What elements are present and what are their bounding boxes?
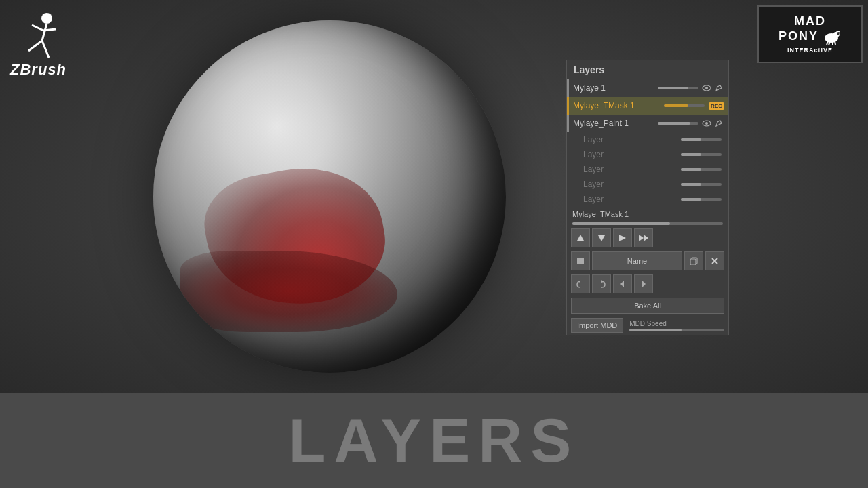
redo-button[interactable] bbox=[592, 274, 611, 293]
layer-name-empty: Layer bbox=[583, 150, 678, 159]
mdd-speed-label: MDD Speed bbox=[629, 320, 724, 327]
svg-line-5 bbox=[43, 29, 56, 30]
svg-point-0 bbox=[41, 13, 52, 24]
svg-marker-20 bbox=[639, 235, 644, 241]
layer-name-empty: Layer bbox=[583, 135, 678, 144]
pony-icon bbox=[821, 28, 842, 45]
svg-point-14 bbox=[705, 87, 708, 89]
svg-marker-18 bbox=[598, 235, 605, 241]
svg-line-2 bbox=[28, 41, 42, 51]
layer-slider[interactable] bbox=[658, 87, 698, 89]
layer-slider[interactable] bbox=[681, 198, 722, 201]
svg-marker-19 bbox=[619, 235, 626, 241]
svg-line-9 bbox=[829, 42, 830, 45]
svg-line-1 bbox=[42, 24, 47, 41]
svg-line-11 bbox=[835, 41, 835, 45]
layer-name-empty: Layer bbox=[583, 165, 678, 174]
svg-point-16 bbox=[705, 122, 708, 125]
layer-icons bbox=[701, 119, 724, 127]
paint-icon[interactable] bbox=[713, 84, 724, 92]
layer-name-empty: Layer bbox=[583, 195, 678, 204]
control-buttons-row-1 bbox=[567, 226, 728, 249]
layer-icon-button[interactable] bbox=[571, 251, 590, 270]
layer-slider[interactable] bbox=[681, 183, 722, 186]
arrow-left-button[interactable] bbox=[613, 274, 632, 293]
bake-all-row: Bake All bbox=[567, 296, 728, 316]
mad-pony-logo: MAD PONY INTERActIVE bbox=[757, 5, 863, 63]
swirl-highlight bbox=[194, 54, 465, 339]
svg-line-8 bbox=[827, 41, 828, 45]
layer-item-empty[interactable]: Layer bbox=[567, 192, 728, 207]
active-layer-slider-row bbox=[567, 221, 728, 226]
layer-icons bbox=[701, 84, 724, 92]
name-button[interactable]: Name bbox=[592, 251, 682, 270]
sculpt-sphere bbox=[153, 20, 506, 373]
layer-name: Mylaye_Paint 1 bbox=[573, 119, 655, 128]
skip-right-button[interactable] bbox=[634, 228, 653, 247]
control-buttons-row-2: Name bbox=[567, 249, 728, 272]
layer-name-empty: Layer bbox=[583, 180, 678, 189]
layer-slider[interactable] bbox=[681, 168, 722, 171]
move-up-button[interactable] bbox=[571, 228, 590, 247]
mad-pony-text-pony: PONY bbox=[778, 30, 818, 43]
svg-rect-22 bbox=[577, 258, 584, 264]
layer-item[interactable]: Mylaye_Paint 1 bbox=[567, 115, 728, 132]
delete-button[interactable] bbox=[705, 251, 724, 270]
svg-marker-21 bbox=[644, 235, 648, 241]
import-mdd-row: Import MDD MDD Speed bbox=[567, 316, 728, 335]
layer-item-empty[interactable]: Layer bbox=[567, 177, 728, 192]
rec-badge: REC bbox=[709, 102, 724, 110]
active-layer-display: Mylaye_TMask 1 bbox=[567, 207, 728, 221]
layer-name: Mylaye 1 bbox=[573, 83, 655, 93]
svg-point-12 bbox=[837, 33, 840, 35]
layer-slider[interactable] bbox=[681, 138, 722, 141]
layer-item-empty[interactable]: Layer bbox=[567, 162, 728, 177]
sphere-viewport bbox=[153, 20, 506, 373]
layer-item-selected[interactable]: Mylaye_TMask 1 REC bbox=[567, 97, 728, 115]
panel-title: Layers bbox=[567, 60, 728, 79]
zbrush-figure-icon bbox=[12, 10, 66, 64]
layer-item-empty[interactable]: Layer bbox=[567, 147, 728, 162]
active-layer-name: Mylaye_TMask 1 bbox=[572, 210, 629, 218]
layer-slider[interactable] bbox=[664, 104, 705, 107]
svg-marker-17 bbox=[577, 235, 584, 241]
active-layer-slider[interactable] bbox=[572, 222, 723, 225]
move-down-button[interactable] bbox=[592, 228, 611, 247]
bottom-title: LAYERS bbox=[289, 406, 580, 476]
svg-marker-29 bbox=[620, 281, 624, 287]
layer-slider[interactable] bbox=[681, 153, 722, 156]
bottom-bar: LAYERS bbox=[0, 393, 868, 488]
zbrush-svg bbox=[12, 10, 66, 64]
eye-icon[interactable] bbox=[701, 119, 712, 127]
layer-item[interactable]: Mylaye 1 bbox=[567, 79, 728, 97]
svg-line-3 bbox=[42, 41, 49, 58]
mad-pony-text-mad: MAD bbox=[778, 15, 842, 28]
layer-icons: REC bbox=[707, 102, 724, 110]
eye-icon[interactable] bbox=[701, 84, 712, 92]
paint-icon[interactable] bbox=[713, 119, 724, 127]
mad-pony-text-interactive: INTERActIVE bbox=[778, 45, 842, 54]
svg-line-4 bbox=[32, 25, 43, 30]
control-buttons-row-3 bbox=[567, 272, 728, 296]
layer-slider[interactable] bbox=[658, 122, 698, 125]
main-canvas: ZBrush MAD PONY INTERActIVE bbox=[0, 0, 868, 393]
arrow-right-end-button[interactable] bbox=[634, 274, 653, 293]
layer-item-empty[interactable]: Layer bbox=[567, 132, 728, 147]
bake-all-button[interactable]: Bake All bbox=[571, 298, 724, 314]
layer-name-active: Mylaye_TMask 1 bbox=[573, 101, 661, 110]
undo-button[interactable] bbox=[571, 274, 590, 293]
zbrush-logo: ZBrush bbox=[10, 10, 66, 79]
import-mdd-button[interactable]: Import MDD bbox=[571, 318, 623, 333]
move-right-button[interactable] bbox=[613, 228, 632, 247]
layers-panel: Layers Mylaye 1 Mylaye_TMask 1 REC bbox=[566, 60, 729, 336]
svg-rect-24 bbox=[690, 259, 696, 265]
copy-button[interactable] bbox=[684, 251, 703, 270]
svg-marker-30 bbox=[642, 281, 646, 287]
